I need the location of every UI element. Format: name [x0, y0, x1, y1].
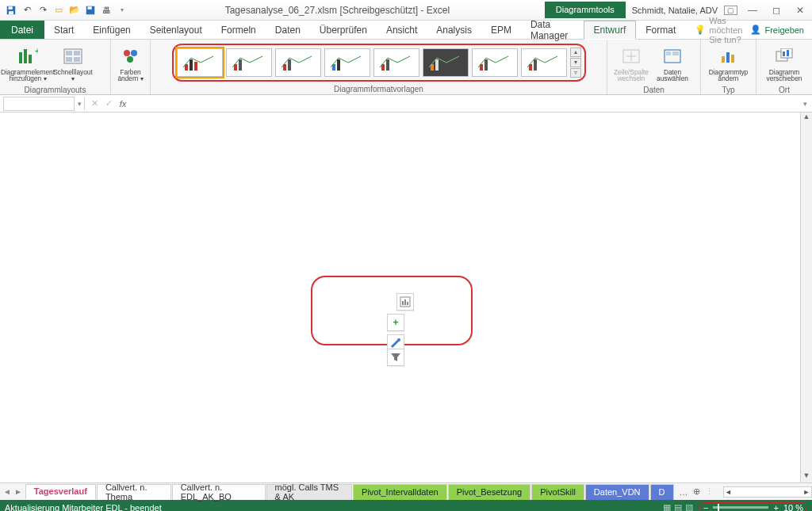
save2-icon[interactable] — [84, 4, 97, 17]
qat-customize-icon[interactable]: ▾ — [116, 4, 128, 17]
maximize-button[interactable]: ◻ — [764, 0, 788, 21]
new-icon[interactable]: ▭ — [52, 4, 65, 17]
tab-daten[interactable]: Daten — [266, 21, 310, 39]
sheet-tab-d[interactable]: D — [650, 484, 674, 500]
zoom-slider[interactable] — [713, 506, 768, 509]
name-box-dropdown-icon[interactable]: ▾ — [78, 100, 82, 108]
chart-style-3[interactable] — [275, 48, 321, 77]
cancel-formula-icon[interactable]: ✕ — [87, 98, 102, 109]
group-chart-styles: ▴ ▾ ▿ Diagrammformatvorlagen — [151, 40, 607, 94]
sheet-tab-callvert-thema[interactable]: Callvert. n. Thema — [97, 484, 171, 500]
chart-style-1[interactable] — [177, 48, 223, 77]
tab-format[interactable]: Format — [636, 21, 685, 39]
add-chart-element-button[interactable]: + Diagrammelement hinzufügen ▾ — [3, 41, 52, 84]
svg-rect-23 — [239, 59, 242, 71]
gallery-down-icon[interactable]: ▾ — [570, 58, 581, 67]
colors-icon — [121, 46, 141, 67]
tab-seitenlayout[interactable]: Seitenlayout — [140, 21, 212, 39]
chart-style-5[interactable] — [373, 48, 419, 77]
page-break-view-icon[interactable]: ▧ — [685, 502, 693, 511]
tab-start[interactable]: Start — [44, 21, 83, 39]
fx-icon[interactable]: fx — [116, 99, 130, 109]
hscroll-right-icon[interactable]: ► — [802, 488, 811, 496]
svg-rect-5 — [19, 52, 22, 63]
close-button[interactable]: ✕ — [788, 0, 812, 21]
worksheet-canvas[interactable]: + ▲ ▼ — [0, 112, 812, 482]
view-mode-buttons: ▦ ▤ ▧ — [663, 502, 693, 511]
sheet-tab-more: … ⊕ ⋮ — [675, 486, 718, 497]
vertical-scrollbar[interactable]: ▲ ▼ — [800, 112, 812, 482]
display-options-icon[interactable]: ▢ — [724, 6, 737, 15]
chart-style-4[interactable] — [324, 48, 370, 77]
enter-formula-icon[interactable]: ✓ — [102, 98, 116, 109]
sheet-tab-pivot-besetzung[interactable]: Pivot_Besetzung — [448, 484, 531, 500]
chart-style-6[interactable] — [423, 48, 469, 77]
scroll-down-icon[interactable]: ▼ — [801, 471, 812, 482]
tab-more-icon[interactable]: … — [680, 487, 688, 497]
gallery-expand-icon[interactable]: ▿ — [570, 68, 581, 78]
tab-ansicht[interactable]: Ansicht — [377, 21, 427, 39]
tell-me-box[interactable]: 💡 Was möchten Sie tun? — [685, 21, 742, 39]
chart-style-8[interactable] — [521, 48, 567, 77]
file-tab[interactable]: Datei — [0, 21, 44, 39]
formula-expand-icon[interactable]: ▾ — [799, 100, 812, 108]
svg-rect-44 — [666, 51, 671, 55]
print-icon[interactable]: 🖶 — [100, 4, 113, 17]
quick-layout-button[interactable]: Schnelllayout ▾ — [52, 41, 94, 84]
svg-point-14 — [124, 50, 130, 56]
open-icon[interactable]: 📂 — [68, 4, 81, 17]
hscroll-left-icon[interactable]: ◄ — [724, 488, 733, 496]
normal-view-icon[interactable]: ▦ — [663, 502, 671, 511]
redo-icon[interactable]: ↷ — [36, 4, 49, 17]
tab-analysis[interactable]: Analysis — [427, 21, 481, 39]
formula-input[interactable] — [130, 97, 799, 111]
tab-nav-prev-icon[interactable]: ◄ — [3, 487, 11, 496]
move-chart-button[interactable]: Diagramm verschieben — [760, 41, 809, 84]
svg-rect-46 — [722, 56, 725, 63]
chart-style-7[interactable] — [472, 48, 518, 77]
gallery-up-icon[interactable]: ▴ — [570, 48, 581, 57]
sheet-tab-callvert-edl[interactable]: Callvert. n. EDL_AK_BO — [172, 484, 266, 500]
tab-ueberpruefen[interactable]: Überprüfen — [310, 21, 377, 39]
svg-rect-13 — [74, 57, 80, 62]
svg-rect-10 — [66, 51, 72, 55]
sheet-tab-pivotskill[interactable]: PivotSkill — [531, 484, 584, 500]
tab-datamanager[interactable]: Data Manager — [521, 21, 584, 39]
chart-filter-icon[interactable] — [387, 349, 404, 366]
new-sheet-icon[interactable]: ⊕ — [693, 486, 700, 497]
zoom-in-icon[interactable]: + — [773, 503, 778, 512]
sheet-tab-daten-vdn[interactable]: Daten_VDN — [585, 484, 649, 500]
undo-icon[interactable]: ↶ — [21, 4, 33, 17]
tab-einfuegen[interactable]: Einfügen — [83, 21, 140, 39]
save-icon[interactable] — [5, 4, 17, 17]
tab-epm[interactable]: EPM — [481, 21, 521, 39]
chart-options-icon[interactable] — [396, 293, 414, 311]
scroll-up-icon[interactable]: ▲ — [801, 112, 812, 124]
status-bar: Aktualisierung Mitarbeiter EDL - beendet… — [0, 500, 812, 511]
tab-nav-next-icon[interactable]: ► — [14, 487, 22, 496]
sheet-tab-pivot-intervall[interactable]: Pivot_Intervalldaten — [353, 484, 447, 500]
svg-rect-6 — [24, 49, 27, 63]
svg-rect-11 — [74, 51, 80, 55]
share-icon: 👤 — [750, 25, 761, 35]
zoom-control: − + 10 % — [699, 502, 807, 512]
name-box[interactable] — [3, 97, 75, 111]
sheet-tab-moegl-calls[interactable]: mögl. Calls TMS & AK — [266, 484, 352, 500]
change-chart-type-button[interactable]: Diagrammtyp ändern — [704, 41, 753, 84]
sheet-tab-tagesverlauf[interactable]: Tagesverlauf — [25, 484, 96, 500]
change-colors-button[interactable]: Farben ändern ▾ — [114, 41, 147, 84]
page-layout-view-icon[interactable]: ▤ — [674, 502, 682, 511]
minimize-button[interactable]: — — [741, 0, 764, 21]
horizontal-scrollbar[interactable]: ◄ ► — [723, 486, 812, 498]
zoom-value[interactable]: 10 % — [783, 503, 803, 512]
chart-add-element-icon[interactable]: + — [387, 314, 404, 331]
zoom-out-icon[interactable]: − — [703, 503, 708, 512]
switch-row-column-button[interactable]: Zeile/Spalte wechseln — [611, 41, 652, 84]
chart-style-2[interactable] — [226, 48, 272, 77]
select-data-button[interactable]: Daten auswählen — [652, 41, 693, 84]
tab-entwurf[interactable]: Entwurf — [584, 21, 637, 40]
group-data: Zeile/Spalte wechseln Daten auswählen Da… — [607, 40, 701, 94]
tab-formeln[interactable]: Formeln — [212, 21, 266, 39]
group-label-location: Ort — [756, 86, 812, 95]
share-button[interactable]: 👤 Freigeben — [742, 21, 812, 39]
